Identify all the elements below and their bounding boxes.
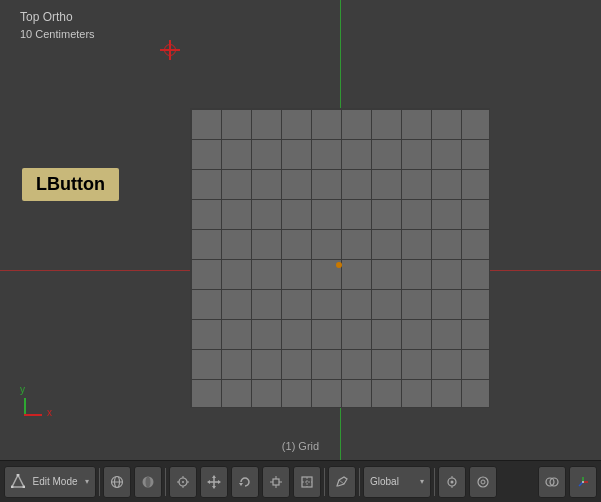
separator-4 xyxy=(359,468,360,496)
3d-viewport[interactable]: Top Ortho 10 Centimeters LButton (1) Gri… xyxy=(0,0,601,460)
svg-marker-20 xyxy=(218,480,221,484)
svg-marker-0 xyxy=(12,475,24,487)
overlay-btn[interactable] xyxy=(538,466,566,498)
edit-mode-dropdown[interactable]: Edit Mode ▾ xyxy=(4,466,96,498)
gizmo-icon xyxy=(576,475,590,489)
lbutton-tooltip: LButton xyxy=(22,168,119,201)
separator-1 xyxy=(99,468,100,496)
global-dropdown[interactable]: Global ▾ xyxy=(363,466,431,498)
grid-label: (1) Grid xyxy=(282,440,319,452)
origin-dot xyxy=(336,262,342,268)
svg-line-30 xyxy=(339,480,344,484)
scale-label: 10 Centimeters xyxy=(20,28,95,40)
gizmo-btn[interactable] xyxy=(569,466,597,498)
annotate-icon xyxy=(335,475,349,489)
edit-mode-chevron: ▾ xyxy=(85,477,89,486)
axis-widget xyxy=(16,388,52,424)
solid-btn[interactable] xyxy=(134,466,162,498)
rotate-icon xyxy=(238,475,252,489)
snap-toggle-btn[interactable] xyxy=(438,466,466,498)
svg-marker-17 xyxy=(212,475,216,478)
move-btn[interactable] xyxy=(200,466,228,498)
overlay-icon xyxy=(545,475,559,489)
annotate-btn[interactable] xyxy=(328,466,356,498)
scale-icon xyxy=(269,475,283,489)
viewport-title: Top Ortho xyxy=(20,10,73,24)
scale-btn[interactable] xyxy=(262,466,290,498)
proportional-icon xyxy=(476,475,490,489)
transform-icon xyxy=(300,475,314,489)
svg-point-42 xyxy=(582,481,584,483)
x-axis-indicator xyxy=(24,414,42,416)
edit-mode-label: Edit Mode xyxy=(32,476,77,487)
svg-point-10 xyxy=(182,481,184,483)
solid-icon xyxy=(141,475,155,489)
svg-marker-19 xyxy=(207,480,210,484)
svg-point-32 xyxy=(451,480,454,483)
wireframe-icon xyxy=(110,475,124,489)
svg-point-36 xyxy=(481,480,485,484)
global-label: Global xyxy=(370,476,399,487)
separator-3 xyxy=(324,468,325,496)
svg-point-8 xyxy=(146,476,151,487)
cursor-icon xyxy=(176,475,190,489)
transform-btn[interactable] xyxy=(293,466,321,498)
transform-cursor-btn[interactable] xyxy=(169,466,197,498)
rotate-btn[interactable] xyxy=(231,466,259,498)
cursor-crosshair xyxy=(160,40,180,60)
separator-2 xyxy=(165,468,166,496)
mode-icon xyxy=(11,474,25,490)
toolbar: Edit Mode ▾ xyxy=(0,460,601,502)
svg-marker-21 xyxy=(239,483,243,486)
move-icon xyxy=(207,475,221,489)
grid-mesh xyxy=(190,108,490,408)
svg-point-35 xyxy=(478,477,488,487)
wireframe-btn[interactable] xyxy=(103,466,131,498)
global-chevron: ▾ xyxy=(420,477,424,486)
svg-marker-18 xyxy=(212,486,216,489)
separator-5 xyxy=(434,468,435,496)
svg-rect-22 xyxy=(273,479,279,485)
snap-icon xyxy=(445,475,459,489)
proportional-btn[interactable] xyxy=(469,466,497,498)
